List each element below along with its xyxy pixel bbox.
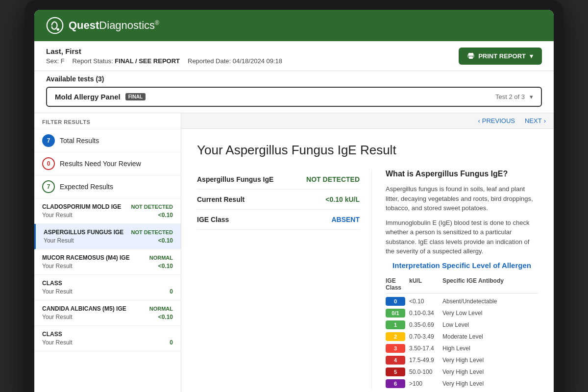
your-result-label: Your Result <box>42 263 73 270</box>
device-frame: QuestDiagnostics® Last, First Sex: F Rep… <box>24 0 564 392</box>
interp-row-6: 5 50.0-100 Very High Level <box>386 366 538 378</box>
filter-needs-review[interactable]: 0 Results Need Your Review <box>34 152 181 175</box>
result-row-value: NOT DETECTED <box>306 175 360 183</box>
final-badge: FINAL <box>125 93 146 100</box>
result-test-name: MUCOR RACEMOSUS (M4) IGE <box>42 254 130 261</box>
needs-review-label: Results Need Your Review <box>60 160 141 168</box>
result-your-result: Your Result <0.10 <box>44 237 173 244</box>
class-badge-3: 2 <box>386 332 405 341</box>
available-tests-section: Available tests (3) Mold Allergy Panel F… <box>34 71 554 113</box>
your-result-label: Your Result <box>42 339 73 346</box>
test-selector-dropdown[interactable]: Mold Allergy Panel FINAL Test 2 of 3 ▾ <box>46 87 542 107</box>
available-tests-label: Available tests (3) <box>46 75 542 83</box>
result-value: <0.10 <box>158 314 173 320</box>
logo-text: QuestDiagnostics® <box>69 19 159 32</box>
main-content: FILTER RESULTS 7 Total Results 0 Results… <box>34 113 554 392</box>
test-name: Mold Allergy Panel <box>55 93 121 101</box>
result-row-label: Current Result <box>197 196 245 203</box>
interp-row-4: 3 3.50-17.4 High Level <box>386 343 538 354</box>
result-title: Your Aspergillus Fungus IgE Result <box>197 143 538 158</box>
desc-value-1: Very Low Level <box>442 310 538 317</box>
class-badge-0: 0 <box>386 297 405 306</box>
result-test-name: CLASS <box>42 331 62 338</box>
filter-total-results[interactable]: 7 Total Results <box>34 129 181 152</box>
class-badge-5: 4 <box>386 356 405 365</box>
your-result-label: Your Result <box>42 314 73 320</box>
interp-rows: 0 <0.10 Absent/Undetectable 0/1 0.10-0.3… <box>386 295 538 390</box>
result-row-2: IGE Class ABSENT <box>197 210 360 230</box>
result-value: 0 <box>170 288 173 295</box>
sex-label: Sex: F <box>46 57 65 65</box>
sidebar-result-item-5[interactable]: CLASS Your Result 0 <box>34 326 181 351</box>
desc-value-0: Absent/Undetectable <box>442 298 538 305</box>
interp-row-2: 1 0.35-0.69 Low Level <box>386 319 538 331</box>
result-your-result: Your Result 0 <box>42 339 173 346</box>
total-results-label: Total Results <box>60 137 99 145</box>
patient-info: Last, First Sex: F Report Status: FINAL … <box>46 47 282 65</box>
desc-value-3: Moderate Level <box>442 333 538 340</box>
result-value: <0.10 <box>158 212 173 219</box>
result-test-name: CLASS <box>42 280 62 287</box>
your-result-label: Your Result <box>42 212 73 219</box>
sidebar-result-item-3[interactable]: CLASS Your Result 0 <box>34 275 181 300</box>
interp-row-7: 6 >100 Very High Level <box>386 378 538 390</box>
sidebar-result-item-2[interactable]: MUCOR RACEMOSUS (M4) IGE NORMAL Your Res… <box>34 249 181 275</box>
result-status: NOT DETECTED <box>131 204 173 210</box>
interp-table-header: IGE Class kU/L Specific IGE Antibody <box>386 275 538 294</box>
result-your-result: Your Result <0.10 <box>42 263 173 270</box>
result-your-result: Your Result <0.10 <box>42 314 173 320</box>
result-row-value: <0.10 kU/L <box>325 196 360 203</box>
filter-expected-results[interactable]: 7 Expected Results <box>34 175 181 198</box>
interp-row-1: 0/1 0.10-0.34 Very Low Level <box>386 307 538 319</box>
interp-row-0: 0 <0.10 Absent/Undetectable <box>386 295 538 307</box>
result-value: <0.10 <box>158 237 173 244</box>
result-row-0: Aspergillus Fungus IgE NOT DETECTED <box>197 170 360 190</box>
sidebar: FILTER RESULTS 7 Total Results 0 Results… <box>34 113 181 392</box>
result-test-name: Aspergillus Fungus IgE <box>44 229 123 236</box>
info-title: What is Aspergillus Fungus IgE? <box>386 170 538 178</box>
info-paragraph-1: Aspergillus fungus is found in soils, le… <box>386 184 538 213</box>
right-info-panel: What is Aspergillus Fungus IgE? Aspergil… <box>371 170 538 390</box>
print-icon <box>467 52 474 59</box>
filter-header: FILTER RESULTS <box>34 113 181 129</box>
kul-value-2: 0.35-0.69 <box>409 321 439 328</box>
left-data-section: Aspergillus Fungus IgE NOT DETECTED Curr… <box>197 170 360 390</box>
interp-row-3: 2 0.70-3.49 Moderate Level <box>386 331 538 343</box>
sidebar-results-list: Cladosporium Mold IgE NOT DETECTED Your … <box>34 198 181 351</box>
chevron-down-icon: ▾ <box>530 93 533 100</box>
header-desc: Specific IGE Antibody <box>442 277 538 291</box>
next-button[interactable]: NEXT › <box>525 117 546 124</box>
print-report-button[interactable]: PRINT REPORT ▾ <box>459 48 542 65</box>
kul-value-0: <0.10 <box>409 298 439 305</box>
your-result-label: Your Result <box>42 288 73 295</box>
result-status: NORMAL <box>149 306 173 312</box>
interpretation-title: Interpretation Specific Level of Allerge… <box>386 261 538 270</box>
expected-results-label: Expected Results <box>60 183 113 191</box>
result-your-result: Your Result <0.10 <box>42 212 173 219</box>
result-status: NORMAL <box>149 255 173 261</box>
previous-button[interactable]: ‹ PREVIOUS <box>478 117 515 124</box>
result-test-name: CANDIDA ALBICANS (M5) IGE <box>42 305 126 312</box>
class-badge-7: 6 <box>386 379 405 388</box>
result-test-name: Cladosporium Mold IgE <box>42 203 121 210</box>
chevron-right-icon: › <box>544 117 546 124</box>
class-badge-2: 1 <box>386 320 405 329</box>
result-row-label: Aspergillus Fungus IgE <box>197 175 273 183</box>
app-header: QuestDiagnostics® <box>34 10 554 41</box>
your-result-label: Your Result <box>44 237 74 244</box>
test-of-label: Test 2 of 3 <box>495 93 525 100</box>
desc-value-2: Low Level <box>442 321 538 328</box>
sidebar-result-item-1[interactable]: Aspergillus Fungus IgE NOT DETECTED Your… <box>34 224 181 249</box>
class-badge-1: 0/1 <box>386 309 405 318</box>
sidebar-result-item-0[interactable]: Cladosporium Mold IgE NOT DETECTED Your … <box>34 198 181 224</box>
kul-value-1: 0.10-0.34 <box>409 310 439 317</box>
logo-area: QuestDiagnostics® <box>46 17 159 34</box>
patient-meta: Sex: F Report Status: FINAL / SEE REPORT… <box>46 57 282 65</box>
quest-logo-icon <box>46 17 64 34</box>
kul-value-7: >100 <box>409 380 439 387</box>
class-badge-6: 5 <box>386 368 405 376</box>
header-kul: kU/L <box>409 277 439 291</box>
chevron-left-icon: ‹ <box>478 117 480 124</box>
sidebar-result-item-4[interactable]: CANDIDA ALBICANS (M5) IGE NORMAL Your Re… <box>34 300 181 326</box>
total-results-badge: 7 <box>42 134 55 147</box>
